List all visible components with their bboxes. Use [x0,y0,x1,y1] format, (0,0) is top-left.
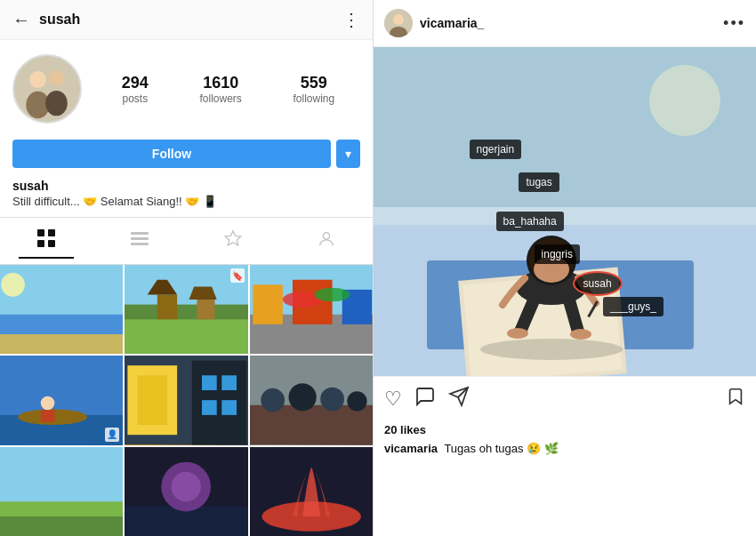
svg-rect-41 [222,376,237,391]
share-icon[interactable] [448,386,470,412]
tag-inggris[interactable]: inggris [535,244,580,264]
follow-row: Follow ▾ [0,132,373,175]
caption-username[interactable]: vicamaria [384,442,438,455]
right-header: vicamaria_ ••• [374,0,756,47]
like-icon[interactable]: ♡ [384,388,402,411]
right-panel: vicamaria_ ••• [374,0,756,536]
person-badge: 👤 [105,428,119,442]
svg-point-74 [570,329,591,340]
svg-rect-22 [197,300,215,319]
followers-stat: 1610 followers [199,74,241,105]
photo-grid: 🔖 [0,265,373,536]
posts-label: posts [122,92,148,105]
svg-rect-7 [37,240,44,247]
svg-rect-15 [0,334,123,354]
svg-point-56 [172,472,201,501]
tag-tugas[interactable]: tugas [519,172,559,192]
bio-section: susah Still difficult... 🤝 Selamat Siang… [0,175,373,217]
bio-text: Still difficult... 🤝 Selamat Siang!! 🤝 📱 [12,195,360,208]
grid-photo-8[interactable] [125,447,247,536]
tag-susah[interactable]: susah [573,271,623,296]
svg-point-75 [649,65,720,136]
svg-point-12 [323,233,329,239]
svg-point-30 [314,288,350,302]
likes-count: 20 likes [374,421,756,440]
svg-rect-39 [192,361,246,445]
left-header: ← susah ⋮ [0,0,373,40]
svg-rect-40 [202,376,217,391]
caption: vicamaria Tugas oh tugas 😢 🌿 [374,440,756,457]
svg-rect-35 [41,411,55,422]
tab-grid[interactable] [19,223,74,259]
avatar [12,54,82,124]
followers-label: followers [199,92,241,105]
posts-stat: 294 posts [122,74,149,105]
svg-rect-38 [138,376,167,426]
svg-point-60 [393,14,404,25]
more-options-icon[interactable]: ⋮ [342,9,360,30]
svg-rect-26 [253,284,282,324]
svg-rect-52 [0,501,123,516]
tag-guys[interactable]: ___guys_ [603,297,664,316]
following-count: 559 [301,74,327,92]
grid-photo-9[interactable] [250,447,373,536]
tab-starred[interactable] [205,224,261,258]
svg-rect-19 [125,319,247,354]
svg-point-34 [41,396,55,411]
svg-point-73 [507,328,528,339]
tab-bar [0,217,373,265]
grid-photo-6[interactable] [250,356,373,444]
svg-rect-42 [202,400,217,415]
follow-dropdown-button[interactable]: ▾ [336,140,360,168]
svg-point-1 [29,71,46,88]
grid-photo-4[interactable]: 👤 [0,356,123,444]
grid-photo-5[interactable] [125,356,247,444]
svg-point-76 [480,339,623,360]
profile-section: 294 posts 1610 followers 559 following [0,40,373,132]
profile-username-header: susah [39,12,342,28]
svg-point-48 [320,388,344,412]
action-row: ♡ [374,376,756,421]
svg-rect-8 [48,240,55,247]
svg-rect-20 [157,294,177,319]
svg-point-46 [261,388,285,412]
followers-count: 1610 [203,74,238,92]
tag-ngerjain[interactable]: ngerjain [470,140,522,159]
grid-photo-7[interactable] [0,447,123,536]
svg-rect-43 [222,400,237,415]
bookmark-badge: 🔖 [230,268,245,283]
posts-count: 294 [122,74,149,92]
back-arrow-icon[interactable]: ← [12,10,30,30]
grid-photo-1[interactable] [0,265,123,354]
bookmark-icon[interactable] [726,387,745,412]
svg-point-3 [49,70,64,85]
profile-stats: 294 posts 1610 followers 559 following [96,74,360,105]
following-stat: 559 following [293,74,334,105]
svg-rect-5 [37,229,44,236]
svg-rect-11 [131,243,149,245]
svg-point-16 [1,273,25,297]
tab-list[interactable] [112,224,167,258]
right-more-icon[interactable]: ••• [723,14,745,33]
following-label: following [293,92,334,105]
svg-rect-9 [131,232,149,235]
svg-rect-6 [48,229,55,236]
bio-name: susah [12,179,360,193]
grid-photo-2[interactable]: 🔖 [125,265,247,354]
comment-icon[interactable] [414,386,436,412]
tag-ba-hahaha[interactable]: ba_hahaha [496,212,564,231]
svg-point-49 [347,391,366,411]
svg-point-4 [45,91,68,116]
right-username: vicamaria_ [420,16,723,30]
tab-tagged[interactable] [299,224,354,258]
right-avatar [384,9,413,37]
svg-rect-10 [131,237,149,240]
grid-photo-3[interactable] [250,265,373,354]
post-image: ngerjain tugas ba_hahaha inggris susah _… [374,47,756,376]
left-panel: ← susah ⋮ 294 posts 1610 [0,0,374,536]
caption-text: Tugas oh tugas 😢 🌿 [444,442,558,455]
follow-button[interactable]: Follow [12,140,331,168]
svg-point-47 [288,384,316,412]
